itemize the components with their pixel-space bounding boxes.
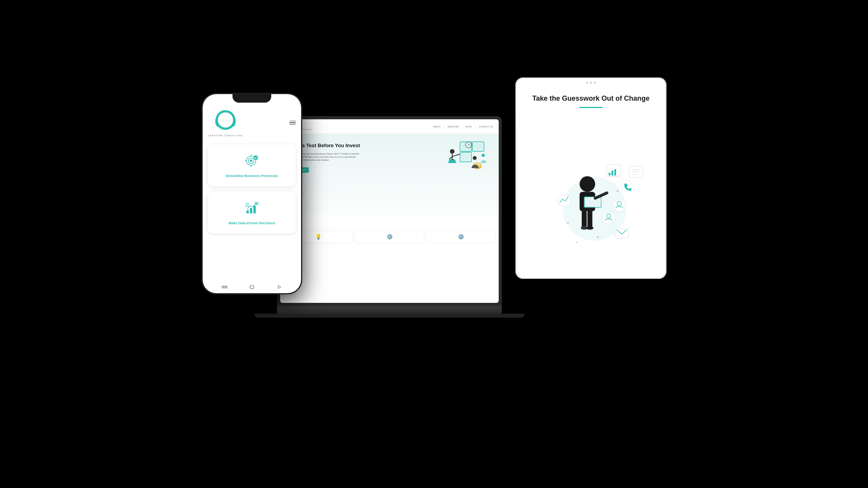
laptop-hero-illustration (441, 138, 491, 177)
laptop-base (277, 306, 502, 314)
target-icon (243, 152, 260, 171)
svg-point-55 (602, 211, 615, 224)
phone-outer: CAPSTONE CONSULTING (202, 93, 302, 294)
scene: CAPSTONE CONSULTING (202, 70, 666, 418)
nav-about[interactable]: ABOUT (433, 125, 441, 128)
svg-point-53 (613, 199, 626, 212)
laptop-hero: Stress Test Before You Invest Want to ma… (280, 134, 499, 227)
phone-logo-text: CAPSTONE CONSULTING (208, 134, 243, 137)
phone-card-data[interactable]: $ Make Data-Driven Decisions (208, 192, 296, 234)
tablet-outer: Take the Guesswork Out of Change (515, 77, 666, 279)
svg-rect-46 (614, 169, 616, 175)
back-icon (221, 284, 227, 290)
svg-point-27 (450, 149, 455, 154)
svg-rect-38 (582, 210, 587, 228)
nav-contact[interactable]: CONTACT US (479, 125, 493, 128)
tablet-title: Take the Guesswork Out of Change (527, 94, 654, 103)
tablet-inner: Take the Guesswork Out of Change (517, 79, 665, 278)
phone-logo-icon (208, 109, 243, 134)
svg-marker-17 (278, 285, 281, 289)
process-icon: ⚙️ (458, 234, 464, 240)
tablet-camera-row (586, 82, 596, 84)
svg-rect-15 (226, 286, 227, 288)
menu-icon[interactable] (289, 121, 296, 125)
svg-point-34 (580, 176, 595, 192)
svg-line-30 (452, 154, 460, 156)
camera-dot-1 (586, 82, 588, 84)
phone-bottom-bar (203, 284, 301, 290)
svg-rect-8 (250, 208, 252, 213)
laptop-nav: ABOUT | SERVICES | BLOG | CONTACT US (433, 125, 493, 128)
svg-point-2 (250, 160, 252, 162)
svg-rect-37 (585, 197, 601, 207)
camera-dot-2 (590, 82, 592, 84)
svg-point-63 (617, 190, 618, 192)
svg-rect-19 (472, 142, 484, 151)
svg-point-31 (473, 156, 477, 160)
nav-services[interactable]: SERVICES (448, 125, 459, 128)
laptop-screen: CAPSTONE CONSULTING ABOUT | SERVICES | B… (280, 119, 499, 303)
phone-screen: CAPSTONE CONSULTING (203, 94, 301, 293)
svg-point-41 (586, 226, 593, 230)
tablet-underline (579, 107, 603, 108)
svg-rect-44 (609, 173, 611, 175)
svg-rect-20 (460, 152, 472, 162)
phone-inner: CAPSTONE CONSULTING (203, 94, 301, 293)
tablet-device: Take the Guesswork Out of Change (515, 77, 666, 279)
nav-blog[interactable]: BLOG (466, 125, 472, 128)
hero-wave (280, 204, 497, 227)
svg-point-62 (567, 222, 569, 224)
svg-text:$: $ (257, 202, 258, 205)
laptop-card-3: ⚙️ (426, 230, 496, 243)
camera-dot-3 (594, 82, 596, 84)
laptop-screen-area: CAPSTONE CONSULTING ABOUT | SERVICES | B… (277, 116, 502, 306)
svg-rect-39 (587, 210, 592, 228)
phone-card-streamline[interactable]: Streamline Business Processes (208, 144, 296, 186)
svg-point-32 (482, 154, 485, 157)
phone-header: CAPSTONE CONSULTING (208, 109, 296, 137)
gear-icon: ⚙️ (386, 234, 393, 240)
tablet-illustration (527, 116, 654, 270)
svg-rect-14 (224, 286, 225, 288)
data-icon: $ (243, 199, 260, 218)
svg-point-64 (576, 242, 578, 243)
svg-rect-9 (253, 206, 256, 213)
svg-point-16 (250, 285, 254, 289)
home-icon (249, 284, 255, 290)
idea-icon: 💡 (315, 234, 322, 240)
card-label-data: Make Data-Driven Decisions (229, 221, 276, 226)
svg-rect-13 (222, 286, 223, 288)
svg-rect-7 (246, 210, 249, 213)
svg-point-61 (597, 236, 599, 238)
laptop-foot (255, 314, 524, 318)
phone-device: CAPSTONE CONSULTING (202, 93, 302, 294)
recent-icon (276, 284, 282, 290)
phone-notch (232, 94, 271, 103)
laptop-device: CAPSTONE CONSULTING ABOUT | SERVICES | B… (277, 116, 502, 341)
laptop-nav-bar: CAPSTONE CONSULTING ABOUT | SERVICES | B… (280, 119, 499, 134)
svg-point-12 (246, 203, 248, 205)
laptop-card-2: ⚙️ (355, 230, 424, 243)
laptop-feature-cards: 💡 ⚙️ ⚙️ (280, 227, 499, 246)
tablet-screen: Take the Guesswork Out of Change (517, 79, 665, 278)
phone-logo: CAPSTONE CONSULTING (208, 109, 243, 137)
svg-rect-45 (611, 171, 613, 176)
card-label-streamline: Streamline Business Processes (226, 174, 278, 179)
